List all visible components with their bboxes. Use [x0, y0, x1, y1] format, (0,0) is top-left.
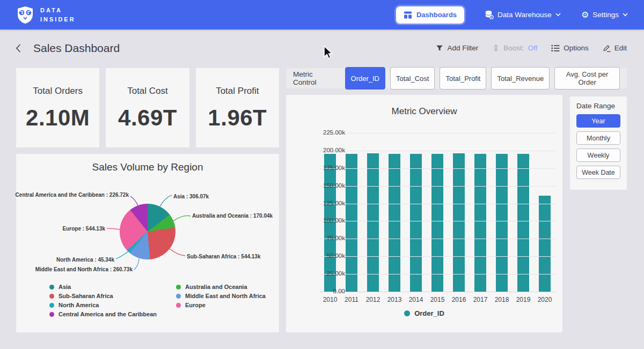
gridline	[319, 133, 555, 133]
gridline	[319, 274, 555, 274]
owl-logo-icon	[16, 6, 34, 24]
pie-legend-item[interactable]: Middle East and North Africa	[176, 293, 266, 299]
y-axis-tick: 225.00k	[315, 129, 345, 136]
toolbar-actions: Add Filter Boost: Off Options Edit	[436, 44, 627, 52]
date-range-option[interactable]: Year	[576, 114, 620, 128]
pie-chart[interactable]	[120, 204, 175, 259]
add-filter-button[interactable]: Add Filter	[436, 44, 478, 52]
app-header: DATA INSIDER Dashboards Data Warehouse	[0, 0, 644, 29]
nav-settings[interactable]: ⚙ Settings	[581, 11, 628, 19]
boost-label: Boost:	[503, 44, 524, 52]
x-axis-tick: 2018	[491, 296, 513, 303]
y-axis-tick: 0.00	[315, 288, 345, 294]
filter-icon	[436, 44, 443, 52]
date-range-buttons: YearMonthlyWeeklyWeek Date	[576, 114, 620, 179]
bar[interactable]	[474, 154, 486, 292]
legend-dot-icon	[49, 303, 54, 308]
metric-chip[interactable]: Total_Profit	[440, 67, 486, 90]
gear-icon: ⚙	[581, 11, 589, 19]
pie-label-sub-saharan-africa: Sub-Saharan Africa : 544.13k	[187, 254, 260, 259]
kpi-total-profit: Total Profit 1.96T	[196, 68, 279, 147]
legend-dot-icon	[49, 294, 54, 299]
gridline	[319, 239, 555, 239]
chevron-down-icon	[623, 13, 628, 17]
bar[interactable]	[517, 154, 529, 292]
pie-label-central-america-caribbean: Central America and the Caribbean : 226.…	[16, 192, 129, 198]
pie-chart-title: Sales Volume by Region	[16, 154, 279, 173]
boost-toggle[interactable]: Boost: Off	[492, 44, 537, 52]
bar[interactable]	[346, 154, 357, 292]
options-button[interactable]: Options	[551, 44, 589, 52]
y-axis-tick: 175.00k	[315, 165, 345, 171]
x-axis-tick: 2015	[427, 296, 448, 303]
bar-legend-label: Order_ID	[414, 309, 444, 317]
pie-legend-item[interactable]: Sub-Saharan Africa	[49, 293, 157, 299]
x-axis-tick: 2011	[341, 296, 362, 303]
gridline	[319, 292, 555, 292]
metric-chip[interactable]: Order_ID	[345, 67, 385, 90]
bar[interactable]	[539, 196, 551, 292]
brand-line1: DATA	[40, 6, 76, 15]
x-axis-tick: 2012	[362, 296, 384, 303]
pie-legend-item[interactable]: Asia	[49, 284, 157, 290]
date-range-option[interactable]: Monthly	[576, 131, 620, 145]
bar-legend-item[interactable]: Order_ID	[286, 309, 562, 317]
pencil-icon	[603, 44, 611, 52]
metric-control-buttons: Order_IDTotal_CostTotal_ProfitTotal_Reve…	[345, 67, 620, 90]
x-axis-tick: 2014	[405, 296, 427, 303]
brand-line2: INSIDER	[40, 15, 76, 24]
date-range-panel: Date Range YearMonthlyWeeklyWeek Date	[570, 96, 627, 190]
nav-settings-label: Settings	[592, 11, 619, 19]
kpi-row: Total Orders 2.10M Total Cost 4.69T Tota…	[16, 68, 279, 147]
pie-label-asia: Asia : 306.07k	[173, 194, 209, 199]
legend-dot-icon	[404, 310, 410, 316]
date-range-option[interactable]: Week Date	[576, 166, 620, 179]
metric-chip[interactable]: Total_Revenue	[491, 67, 550, 90]
bar[interactable]	[453, 153, 465, 292]
y-axis-tick: 125.00k	[315, 200, 345, 206]
bar[interactable]	[389, 154, 400, 292]
metric-control-bar: Metric Control Order_IDTotal_CostTotal_P…	[286, 68, 627, 88]
pie-label-north-america: North America : 45.34k	[56, 257, 114, 263]
bar-x-axis: 2010201120122013201420152016201720182019…	[319, 296, 555, 303]
pie-legend-item[interactable]: Australia and Oceania	[176, 284, 266, 290]
edit-button[interactable]: Edit	[603, 44, 627, 52]
boost-value: Off	[528, 44, 537, 52]
legend-dot-icon	[176, 294, 181, 299]
bar-plot: 225.00k200.00k175.00k150.00k125.00k100.0…	[319, 133, 555, 292]
legend-dot-icon	[49, 285, 54, 289]
metric-chip[interactable]: Total_Cost	[390, 67, 435, 90]
x-axis-tick: 2016	[448, 296, 470, 303]
pie-legend-item[interactable]: North America	[49, 302, 157, 308]
pie-legend-item[interactable]: Europe	[176, 302, 266, 308]
pie-chart-card: Sales Volume by Region Asia : 306.07k Au…	[16, 154, 279, 332]
chevron-down-icon	[555, 13, 561, 17]
bar-series	[319, 133, 555, 292]
nav-dashboards-label: Dashboards	[416, 11, 457, 19]
bar[interactable]	[410, 154, 422, 292]
kpi-total-cost: Total Cost 4.69T	[106, 68, 189, 147]
rocket-icon	[492, 44, 500, 52]
date-range-option[interactable]: Weekly	[576, 148, 620, 162]
x-axis-tick: 2019	[513, 296, 534, 303]
kpi-total-orders: Total Orders 2.10M	[16, 68, 99, 147]
pie-legend-item[interactable]: Central America and the Caribbean	[49, 311, 157, 317]
brand-logo[interactable]: DATA INSIDER	[16, 6, 76, 24]
y-axis-tick: 75.00k	[315, 235, 345, 241]
nav-dashboards-button[interactable]: Dashboards	[396, 6, 464, 24]
legend-dot-icon	[176, 285, 181, 289]
nav-data-warehouse-label: Data Warehouse	[497, 11, 552, 19]
nav-data-warehouse[interactable]: Data Warehouse	[485, 10, 561, 19]
bar[interactable]	[367, 153, 379, 292]
x-axis-tick: 2017	[470, 296, 491, 303]
y-axis-tick: 50.00k	[315, 253, 345, 259]
page-title: Sales Dashboard	[33, 42, 120, 55]
bar[interactable]	[431, 154, 443, 292]
y-axis-tick: 200.00k	[315, 147, 345, 153]
y-axis-tick: 25.00k	[315, 270, 345, 277]
legend-dot-icon	[49, 312, 54, 317]
metric-chip[interactable]: Avg. Cost per Order	[554, 67, 620, 90]
date-range-label: Date Range	[576, 102, 620, 110]
back-button[interactable]	[15, 43, 21, 53]
bar[interactable]	[496, 154, 508, 292]
